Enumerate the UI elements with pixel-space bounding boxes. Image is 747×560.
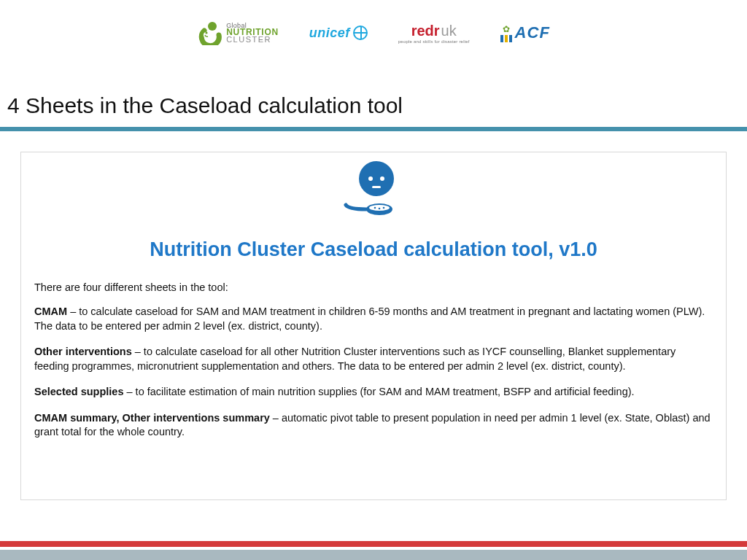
item-supplies-desc: – to facilitate estimation of main nutri…: [124, 386, 635, 397]
svg-point-9: [374, 207, 376, 209]
item-cmam: CMAM – to calculate caseload for SAM and…: [34, 305, 713, 333]
logo-gnc: Global NUTRITION CLUSTER: [197, 20, 279, 45]
gnc-line3: CLUSTER: [226, 36, 279, 44]
item-supplies-name: Selected supplies: [34, 386, 124, 397]
content-frame: Nutrition Cluster Caseload calculation t…: [20, 152, 727, 500]
unicef-word: unicef: [309, 26, 350, 41]
item-cmam-desc: – to calculate caseload for SAM and MAM …: [34, 306, 705, 332]
redr-word-1: redr: [411, 23, 440, 39]
gnc-text: Global NUTRITION CLUSTER: [226, 23, 279, 44]
svg-point-2: [206, 31, 208, 34]
logo-unicef: unicef: [309, 26, 368, 41]
feeding-icon: [34, 152, 713, 225]
svg-point-10: [379, 208, 381, 210]
svg-point-11: [383, 207, 385, 209]
footer-bar-red: [0, 541, 747, 547]
item-summary-name: CMAM summary, Other interventions summar…: [34, 412, 270, 424]
svg-point-3: [359, 161, 394, 196]
redr-word-2: uk: [441, 23, 457, 39]
item-other-interventions: Other interventions – to calculate casel…: [34, 345, 713, 373]
tool-title: Nutrition Cluster Caseload calculation t…: [34, 238, 713, 261]
svg-point-4: [368, 176, 373, 181]
svg-point-5: [380, 176, 384, 181]
title-rule: [0, 127, 747, 131]
redr-tagline: people and skills for disaster relief: [398, 39, 470, 44]
page-title: 4 Sheets in the Caseload calculation too…: [7, 93, 403, 118]
svg-point-0: [208, 22, 217, 31]
logo-redr: redruk people and skills for disaster re…: [398, 23, 470, 44]
acf-word: ACF: [515, 23, 550, 42]
logo-acf: ✿ ACF: [500, 23, 550, 42]
logo-strip: Global NUTRITION CLUSTER unicef redruk p…: [0, 15, 747, 51]
intro-text: There are four different sheets in the t…: [34, 281, 713, 293]
item-summary: CMAM summary, Other interventions summar…: [34, 411, 713, 440]
gnc-icon: [197, 20, 222, 45]
slide: Global NUTRITION CLUSTER unicef redruk p…: [0, 0, 747, 560]
item-selected-supplies: Selected supplies – to facilitate estima…: [34, 385, 713, 400]
acf-icon: ✿: [500, 25, 512, 42]
item-cmam-name: CMAM: [34, 306, 67, 317]
item-other-name: Other interventions: [34, 346, 132, 357]
svg-rect-6: [372, 186, 381, 188]
globe-icon: [353, 26, 368, 40]
footer-bar-grey: [0, 550, 747, 560]
